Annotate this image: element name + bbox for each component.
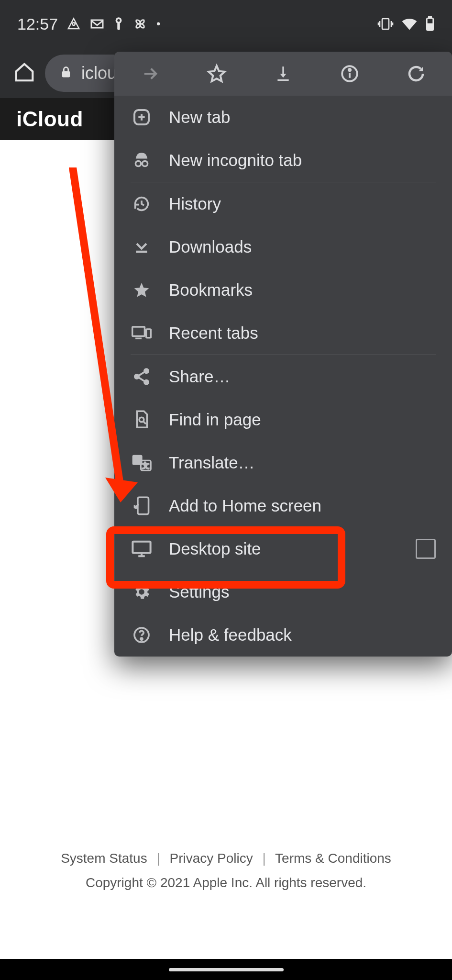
menu-label: Help & feedback xyxy=(169,625,436,645)
footer: System Status | Privacy Policy | Terms &… xyxy=(0,846,452,895)
download-icon[interactable] xyxy=(262,53,304,95)
info-icon[interactable] xyxy=(329,53,371,95)
menu-item-history[interactable]: History xyxy=(114,182,452,225)
svg-point-28 xyxy=(139,417,144,422)
find-icon xyxy=(131,410,153,430)
battery-icon xyxy=(425,16,435,32)
svg-rect-23 xyxy=(132,327,145,336)
new-tab-icon xyxy=(131,108,153,127)
triangle-icon xyxy=(66,17,81,31)
menu-label: New incognito tab xyxy=(169,151,436,170)
svg-rect-3 xyxy=(117,22,120,30)
menu-item-share[interactable]: Share… xyxy=(114,355,452,398)
menu-item-help[interactable]: Help & feedback xyxy=(114,613,452,657)
menu-label: Translate… xyxy=(169,453,436,472)
svg-rect-4 xyxy=(382,19,389,29)
reload-icon[interactable] xyxy=(395,53,437,95)
menu-label: History xyxy=(169,194,436,213)
desktop-icon xyxy=(131,539,153,558)
settings-icon xyxy=(131,582,153,601)
screen: 12:57 • xyxy=(0,0,452,980)
menu-label: New tab xyxy=(169,108,436,127)
menu-item-bookmarks[interactable]: Bookmarks xyxy=(114,268,452,312)
footer-link-privacy[interactable]: Privacy Policy xyxy=(169,851,253,866)
menu-label: Desktop site xyxy=(169,539,399,558)
menu-item-downloads[interactable]: Downloads xyxy=(114,225,452,268)
page-title: iCloud xyxy=(16,107,83,131)
footer-link-terms[interactable]: Terms & Conditions xyxy=(275,851,391,866)
translate-icon: G文 xyxy=(131,453,153,472)
svg-point-36 xyxy=(141,638,143,640)
menu-top-row xyxy=(114,52,452,96)
wifi-icon xyxy=(401,17,418,31)
share-icon xyxy=(131,367,153,386)
svg-rect-24 xyxy=(146,329,151,338)
svg-rect-34 xyxy=(132,542,150,553)
svg-point-0 xyxy=(72,22,75,25)
menu-label: Bookmarks xyxy=(169,280,436,300)
svg-point-19 xyxy=(349,69,351,71)
star-icon[interactable] xyxy=(196,53,238,95)
key-icon xyxy=(113,17,124,31)
svg-point-21 xyxy=(135,161,141,166)
menu-item-incognito[interactable]: New incognito tab xyxy=(114,139,452,182)
desktop-site-checkbox[interactable] xyxy=(416,539,436,559)
svg-rect-7 xyxy=(428,24,432,29)
menu-label: Add to Home screen xyxy=(169,496,436,515)
footer-link-status[interactable]: System Status xyxy=(61,851,147,866)
status-time: 12:57 xyxy=(17,15,58,33)
menu-item-settings[interactable]: Settings xyxy=(114,570,452,613)
lock-icon xyxy=(59,63,73,83)
menu-item-recent-tabs[interactable]: Recent tabs xyxy=(114,312,452,355)
fan-icon xyxy=(132,16,148,32)
menu-label: Share… xyxy=(169,367,436,386)
svg-point-2 xyxy=(117,19,120,22)
menu-label: Recent tabs xyxy=(169,323,436,343)
forward-icon[interactable] xyxy=(129,53,171,95)
menu-label: Settings xyxy=(169,582,436,601)
svg-rect-6 xyxy=(429,17,431,18)
menu-item-new-tab[interactable]: New tab xyxy=(114,96,452,139)
bookmarks-icon xyxy=(131,280,153,300)
svg-point-22 xyxy=(142,161,147,166)
gmail-icon xyxy=(89,16,105,32)
add-to-home-icon xyxy=(131,496,153,516)
svg-rect-33 xyxy=(138,497,149,514)
nav-pill[interactable] xyxy=(169,968,284,971)
history-icon xyxy=(131,194,153,213)
menu-item-translate[interactable]: G文 Translate… xyxy=(114,441,452,484)
menu-item-find-in-page[interactable]: Find in page xyxy=(114,398,452,441)
svg-text:文: 文 xyxy=(142,462,149,469)
menu-item-add-to-home[interactable]: Add to Home screen xyxy=(114,484,452,527)
status-bar: 12:57 • xyxy=(0,0,452,48)
svg-text:G: G xyxy=(134,457,140,464)
help-icon xyxy=(131,625,153,645)
footer-links: System Status | Privacy Policy | Terms &… xyxy=(0,846,452,870)
menu-label: Find in page xyxy=(169,410,436,429)
overflow-menu: New tab New incognito tab History Downlo… xyxy=(114,52,452,657)
menu-label: Downloads xyxy=(169,237,436,256)
system-nav-bar xyxy=(0,959,452,980)
downloads-icon xyxy=(131,237,153,256)
svg-rect-8 xyxy=(62,71,70,77)
vibrate-icon xyxy=(377,17,394,31)
recent-tabs-icon xyxy=(131,323,153,343)
home-icon[interactable] xyxy=(13,61,35,85)
footer-copyright: Copyright © 2021 Apple Inc. All rights r… xyxy=(0,871,452,895)
menu-item-desktop-site[interactable]: Desktop site xyxy=(114,527,452,570)
incognito-icon xyxy=(131,150,153,170)
